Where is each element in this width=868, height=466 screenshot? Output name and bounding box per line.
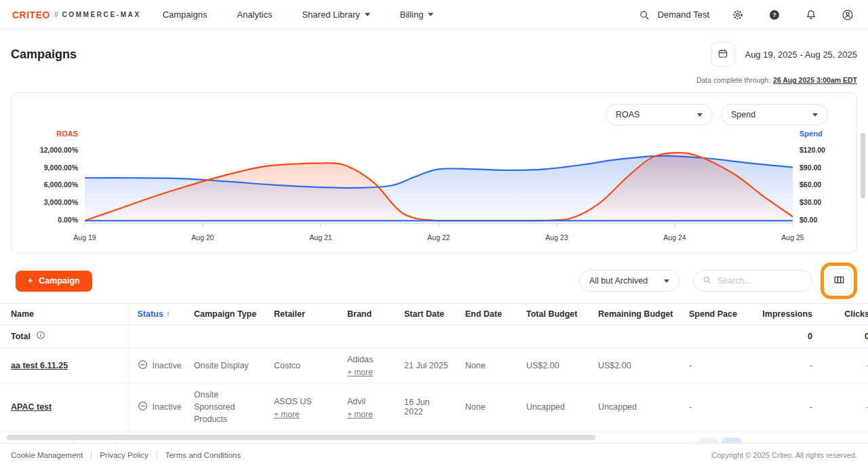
brand-logo[interactable]: CRITEO // COMMERCE-MAX xyxy=(12,9,141,20)
account-icon[interactable] xyxy=(840,7,856,23)
vertical-scrollbar[interactable] xyxy=(861,133,865,198)
page-header: Campaigns Aug 19, 2025 - Aug 25, 2025 Da… xyxy=(0,30,868,84)
right-metric-select[interactable]: Spend xyxy=(721,104,828,125)
campaign-list-controls: + Campaign All but Archived xyxy=(0,254,868,303)
col-spend-pace[interactable]: Spend Pace xyxy=(681,304,749,325)
col-retailer[interactable]: Retailer xyxy=(266,304,339,325)
nav-campaigns[interactable]: Campaigns xyxy=(163,9,208,20)
nav-billing[interactable]: Billing xyxy=(400,9,434,20)
column-settings-button[interactable] xyxy=(826,268,852,294)
col-remaining-budget[interactable]: Remaining Budget xyxy=(590,304,681,325)
svg-text:?: ? xyxy=(772,11,776,18)
chevron-down-icon xyxy=(428,13,433,16)
col-brand[interactable]: Brand xyxy=(339,304,396,325)
search-icon xyxy=(702,275,712,288)
brand-product: COMMERCE-MAX xyxy=(62,11,140,18)
account-search-label: Demand Test xyxy=(658,9,709,20)
col-clicks[interactable]: Clicks xyxy=(821,304,868,325)
chart-metric-selectors: ROAS Spend xyxy=(22,104,846,125)
x-axis-label: Aug 19 xyxy=(73,233,96,241)
col-start-date[interactable]: Start Date xyxy=(396,304,457,325)
col-campaign-type[interactable]: Campaign Type xyxy=(186,304,266,325)
x-axis-label: Aug 22 xyxy=(427,233,450,241)
main-nav: Campaigns Analytics Shared Library Billi… xyxy=(163,9,434,20)
right-axis-ticks: $0.00$30.00$60.00$90.00$120.00 xyxy=(793,144,846,227)
divider xyxy=(157,450,157,459)
date-range-picker: Aug 19, 2025 - Aug 25, 2025 xyxy=(696,42,857,66)
table-row: aa test 6.11.25 Inactive Onsite Display … xyxy=(0,348,868,383)
copyright-text: Copyright © 2025 Criteo. All rights rese… xyxy=(711,451,857,459)
gear-icon[interactable] xyxy=(730,7,746,23)
new-campaign-button[interactable]: + Campaign xyxy=(16,271,92,292)
axis-tick-label: 0.00% xyxy=(58,216,78,224)
cookie-management-link[interactable]: Cookie Management xyxy=(11,451,83,459)
col-status[interactable]: Status↑ xyxy=(129,304,186,325)
brand-more-link[interactable]: + more xyxy=(347,368,373,377)
terms-link[interactable]: Terms and Conditions xyxy=(165,451,241,459)
nav-shared-library[interactable]: Shared Library xyxy=(302,9,370,20)
axis-tick-label: 6,000.00% xyxy=(44,180,78,189)
total-clicks: 0 xyxy=(821,325,868,348)
account-search[interactable]: Demand Test xyxy=(636,7,709,23)
chart-plot xyxy=(85,130,793,227)
bell-icon[interactable] xyxy=(803,7,819,23)
page-footer: Cookie Management Privacy Policy Terms a… xyxy=(0,443,868,466)
horizontal-scrollbar[interactable] xyxy=(7,435,595,440)
axis-tick-label: $90.00 xyxy=(800,163,821,172)
data-complete-note: Data complete through:26 Aug 2025 3:00am… xyxy=(696,76,857,84)
topbar-right: Demand Test ? xyxy=(636,7,856,23)
left-axis-title: ROAS xyxy=(22,130,85,144)
x-axis-label: Aug 20 xyxy=(191,233,214,241)
x-axis-label: Aug 23 xyxy=(545,233,568,241)
brand-separator: // xyxy=(54,11,58,18)
col-name[interactable]: Name xyxy=(0,304,129,325)
help-icon[interactable]: ? xyxy=(766,7,783,23)
columns-icon xyxy=(833,273,846,288)
status-filter-select[interactable]: All but Archived xyxy=(579,270,679,292)
sort-ascending-icon: ↑ xyxy=(166,309,170,319)
x-axis-label: Aug 21 xyxy=(309,233,332,241)
status-badge: Inactive xyxy=(153,402,182,412)
chevron-down-icon xyxy=(365,13,370,16)
right-axis-title: Spend xyxy=(793,130,846,144)
campaigns-table: Name Status↑ Campaign Type Retailer Bran… xyxy=(0,303,868,432)
axis-tick-label: $30.00 xyxy=(800,198,821,206)
page-title: Campaigns xyxy=(11,47,77,62)
date-range-text[interactable]: Aug 19, 2025 - Aug 25, 2025 xyxy=(745,50,857,60)
col-end-date[interactable]: End Date xyxy=(457,304,518,325)
calendar-button[interactable] xyxy=(711,42,735,66)
chevron-down-icon xyxy=(664,279,669,283)
retailer-more-link[interactable]: + more xyxy=(274,410,300,419)
search-input[interactable] xyxy=(717,276,799,286)
inactive-status-icon xyxy=(138,401,148,413)
top-navigation-bar: CRITEO // COMMERCE-MAX Campaigns Analyti… xyxy=(0,0,868,30)
x-axis-label: Aug 24 xyxy=(663,233,686,241)
chart-x-axis: Aug 19Aug 20Aug 21Aug 22Aug 23Aug 24Aug … xyxy=(22,227,846,244)
search-icon xyxy=(636,7,652,23)
axis-tick-label: $60.00 xyxy=(800,180,821,189)
calendar-icon xyxy=(717,47,729,62)
performance-chart-card: ROAS Spend ROAS 0.00%3,000.00%6,000.00%9… xyxy=(11,92,857,254)
brand-more-link[interactable]: + more xyxy=(347,410,373,419)
privacy-policy-link[interactable]: Privacy Policy xyxy=(100,451,149,459)
chevron-down-icon xyxy=(812,113,818,117)
left-metric-select[interactable]: ROAS xyxy=(606,104,713,125)
brand-name: CRITEO xyxy=(12,9,50,20)
axis-tick-label: 9,000.00% xyxy=(44,163,78,172)
data-complete-link[interactable]: 26 Aug 2025 3:00am EDT xyxy=(773,76,857,84)
table-search xyxy=(693,270,812,292)
axis-tick-label: $0.00 xyxy=(800,216,817,224)
inactive-status-icon xyxy=(138,360,148,372)
campaign-link[interactable]: APAC test xyxy=(11,402,52,412)
status-badge: Inactive xyxy=(153,361,182,370)
campaign-link[interactable]: aa test 6.11.25 xyxy=(11,361,68,370)
nav-analytics[interactable]: Analytics xyxy=(237,9,272,20)
left-axis-ticks: 0.00%3,000.00%6,000.00%9,000.00%12,000.0… xyxy=(22,144,85,227)
info-icon[interactable] xyxy=(36,330,45,342)
axis-tick-label: 12,000.00% xyxy=(40,146,78,154)
chevron-down-icon xyxy=(697,113,703,117)
total-row: Total 0 0 xyxy=(0,325,868,348)
axis-tick-label: $120.00 xyxy=(800,146,825,154)
col-impressions[interactable]: Impressions xyxy=(749,304,821,325)
col-total-budget[interactable]: Total Budget xyxy=(518,304,590,325)
